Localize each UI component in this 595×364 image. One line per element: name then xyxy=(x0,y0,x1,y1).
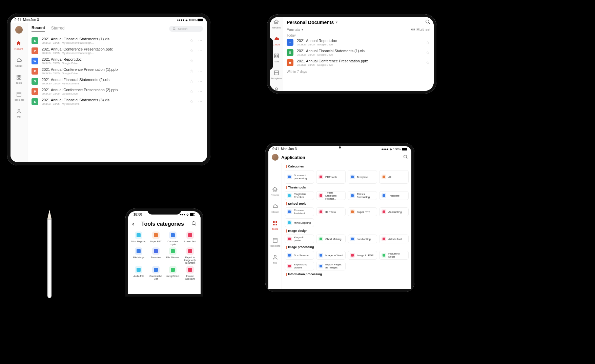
sidebar-item-cloud[interactable]: Cloud xyxy=(273,36,280,46)
sidebar-item-cloud[interactable]: Cloud xyxy=(15,57,22,67)
star-button[interactable]: ☆ xyxy=(425,60,430,65)
app-card[interactable]: Export long picture xyxy=(285,262,314,270)
sidebar-item-template[interactable]: Template xyxy=(269,237,280,247)
file-row[interactable]: P 2021 Annual Conference Presentation (2… xyxy=(32,86,203,97)
tool-item[interactable]: File Merge xyxy=(130,247,147,264)
star-button[interactable]: ☆ xyxy=(425,50,430,55)
file-row[interactable]: S 2021 Annual Financial Statements (1).x… xyxy=(32,36,203,46)
star-button[interactable]: ☆ xyxy=(189,59,194,63)
tab-starred[interactable]: Starred xyxy=(51,26,64,32)
wifi-icon: ⬙ xyxy=(185,18,188,22)
categories-row: Document processing PDF tools Template A… xyxy=(285,170,409,184)
more-button[interactable]: ⋯ xyxy=(198,38,203,43)
file-row[interactable]: S 2021 Annual Financial Statements (3).x… xyxy=(32,97,203,107)
tool-item[interactable]: Document repair xyxy=(164,231,182,245)
tool-item[interactable]: Audio File xyxy=(130,266,147,280)
tool-icon xyxy=(135,266,142,274)
more-button[interactable]: ⋯ xyxy=(198,69,203,74)
star-button[interactable]: ☆ xyxy=(189,99,194,104)
app-card[interactable]: handwriting xyxy=(348,235,377,243)
app-card[interactable]: Export Pages as images xyxy=(316,262,346,270)
app-card[interactable]: Artistic font xyxy=(379,235,409,243)
sidebar-item-me[interactable]: Me xyxy=(272,254,278,264)
app-card[interactable]: Translate xyxy=(379,191,409,200)
app-card[interactable]: Template xyxy=(348,170,377,184)
app-card[interactable]: Chart Making xyxy=(316,235,346,243)
app-card[interactable]: Thesis Duplicate Reduct... xyxy=(316,191,346,200)
tool-item[interactable]: Export to image-only document xyxy=(182,247,199,264)
more-button[interactable]: ⋯ xyxy=(198,48,203,53)
tool-item[interactable]: Mind Mapping xyxy=(130,231,147,245)
app-card[interactable]: Plagiarism Checker xyxy=(285,191,314,200)
tool-item[interactable]: File Slimmer xyxy=(164,247,182,264)
app-card[interactable]: Super PPT xyxy=(348,207,377,216)
file-row[interactable]: ◉ 2021 Annual Conference Presentation.pp… xyxy=(287,58,430,68)
sidebar-item-me[interactable]: Me xyxy=(273,87,280,91)
card-icon xyxy=(319,175,323,179)
sidebar-item-cloud[interactable]: Cloud xyxy=(271,203,279,214)
app-card[interactable]: Resume Assistant xyxy=(285,207,314,216)
star-button[interactable]: ☆ xyxy=(189,69,194,74)
file-type-icon: S xyxy=(32,78,38,85)
app-card[interactable]: All xyxy=(379,170,409,184)
card-label: ID Photo xyxy=(325,210,336,214)
app-card[interactable]: Kingsoft poster xyxy=(285,235,314,243)
tool-item[interactable]: Invoice assistant xyxy=(182,266,199,280)
iphone-personal-docs: Recent Cloud Tools Template Me xyxy=(267,14,436,94)
sidebar-item-recent[interactable]: Recent xyxy=(271,186,279,197)
app-card[interactable]: Thesis Formatting xyxy=(348,191,377,200)
app-card[interactable]: Image to Word xyxy=(316,251,346,260)
file-row[interactable]: W 2021 Annual Report.doc 20.3KB · 03/05 … xyxy=(32,56,203,66)
file-row[interactable]: P 2021 Annual Conference Presentation.pp… xyxy=(32,46,203,56)
sidebar-item-me[interactable]: Me xyxy=(16,108,22,118)
app-card[interactable]: Picture to Excel xyxy=(379,251,409,260)
avatar[interactable] xyxy=(15,26,23,34)
app-card[interactable]: Accounting xyxy=(379,207,409,216)
notch xyxy=(147,208,181,215)
file-row[interactable]: ≡ 2021 Annual Report.doc 20.3KB · 03/05 … xyxy=(287,37,430,47)
back-button[interactable]: ‹ xyxy=(132,220,134,227)
app-card[interactable]: PDF tools xyxy=(316,170,346,184)
app-card[interactable]: Document processing xyxy=(285,170,314,184)
search-icon[interactable] xyxy=(425,19,430,25)
tool-item[interactable]: Cooperative Edit xyxy=(147,266,165,280)
app-card[interactable]: Doc Scanner xyxy=(285,251,314,260)
file-row[interactable]: S 2021 Annual Financial Statements (2).x… xyxy=(32,76,203,86)
star-button[interactable]: ☆ xyxy=(189,79,194,84)
sidebar-item-tools[interactable]: Tools xyxy=(273,53,280,63)
sidebar-item-tools[interactable]: Tools xyxy=(272,220,278,230)
app-card[interactable]: Mind Mapping xyxy=(285,218,314,227)
star-button[interactable]: ☆ xyxy=(189,38,194,43)
tool-label: File Merge xyxy=(133,256,144,259)
sidebar-item-template[interactable]: Template xyxy=(13,91,24,101)
more-button[interactable]: ⋯ xyxy=(198,59,203,63)
svg-rect-11 xyxy=(274,57,276,58)
sidebar-item-recent[interactable]: Recent xyxy=(15,40,23,50)
app-card[interactable]: ID Photo xyxy=(316,207,346,216)
tool-item[interactable]: Extract Text xyxy=(182,231,199,245)
search-icon[interactable] xyxy=(191,221,197,227)
more-button[interactable]: ⋯ xyxy=(198,79,203,84)
file-row[interactable]: P 2021 Annual Conference Presentation (1… xyxy=(32,66,203,76)
star-button[interactable]: ☆ xyxy=(189,48,194,53)
recent-file-list: S 2021 Annual Financial Statements (1).x… xyxy=(32,36,203,107)
more-button[interactable]: ⋯ xyxy=(198,99,203,104)
search-input[interactable]: Search xyxy=(169,26,203,32)
file-row[interactable]: ⊞ 2021 Annual Financial Statements (1).x… xyxy=(287,47,430,58)
avatar[interactable] xyxy=(272,154,279,161)
folder-title[interactable]: Personal Documents ▾ xyxy=(283,17,434,27)
formats-dropdown[interactable]: Formats ▾ xyxy=(287,27,303,32)
star-button[interactable]: ☆ xyxy=(189,89,194,94)
search-icon[interactable] xyxy=(403,154,408,161)
tool-item[interactable]: mergeSheet xyxy=(164,266,182,280)
sidebar-item-tools[interactable]: Tools xyxy=(16,74,22,84)
tool-item[interactable]: Translate xyxy=(147,247,165,264)
sidebar-item-template[interactable]: Template xyxy=(271,70,282,80)
more-button[interactable]: ⋯ xyxy=(198,89,203,94)
tab-recent[interactable]: Recent xyxy=(32,25,45,32)
app-card[interactable]: Image to PDF xyxy=(348,251,377,260)
tool-item[interactable]: Super PPT xyxy=(147,231,165,245)
star-button[interactable]: ☆ xyxy=(425,40,430,45)
multi-select-button[interactable]: Multi-sel xyxy=(411,27,430,32)
sidebar-item-recent[interactable]: Recent xyxy=(272,19,281,29)
